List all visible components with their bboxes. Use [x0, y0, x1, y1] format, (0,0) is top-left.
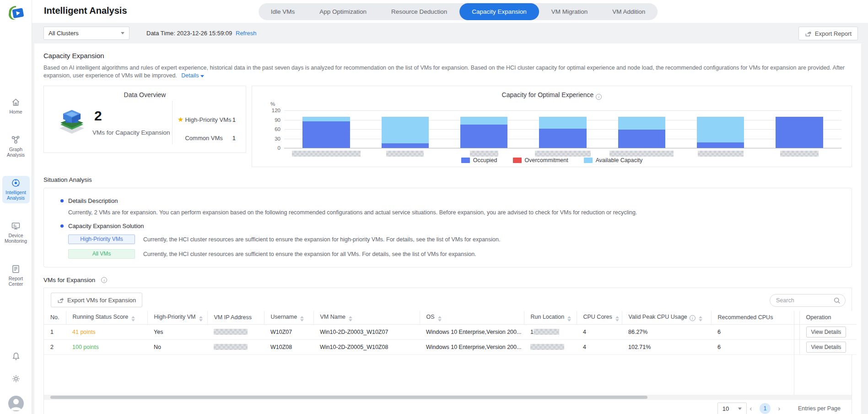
- cluster-select[interactable]: All Clusters: [43, 27, 129, 40]
- export-report-button[interactable]: Export Report: [798, 27, 858, 40]
- sort-icon[interactable]: [567, 316, 571, 321]
- tab-resource-deduction[interactable]: Resource Deduction: [379, 3, 459, 20]
- bar-segment-available-capacity: [460, 117, 507, 125]
- chart-x-labels: [287, 151, 839, 157]
- column-header-cpu-cores[interactable]: CPU Cores: [577, 311, 622, 324]
- legend-swatch: [584, 158, 593, 163]
- notifications-bell-icon[interactable]: [11, 352, 21, 362]
- solution-badge: High-Priority VMs: [68, 234, 135, 244]
- info-icon[interactable]: i: [690, 315, 695, 321]
- vm-chip-icon: [57, 107, 87, 137]
- vms-for-expansion-heading: VMs for Expansion i: [43, 277, 852, 283]
- cell-operation: View Details: [799, 324, 857, 339]
- stat-value: 1: [232, 116, 236, 123]
- section-title: Capacity Expansion: [43, 44, 852, 60]
- fixed-column-divider: [794, 311, 794, 395]
- cell-operation: View Details: [799, 339, 857, 354]
- sidebar-item-label: IntelligentAnalysis: [5, 190, 26, 201]
- column-header-operation: Operation: [799, 311, 857, 324]
- sidebar-item-graph-analysis[interactable]: GraphAnalysis: [2, 133, 30, 160]
- sidebar-item-home[interactable]: Home: [2, 95, 30, 117]
- page-number[interactable]: 1: [760, 403, 771, 414]
- column-header-running-status-score[interactable]: Running Status Score: [66, 311, 147, 324]
- cell-recommended-cpus: 6: [711, 339, 799, 354]
- scrollbar-thumb[interactable]: [50, 396, 647, 399]
- sort-icon[interactable]: [438, 316, 442, 321]
- sidebar-item-label: GraphAnalysis: [7, 147, 25, 158]
- refresh-link[interactable]: Refresh: [236, 30, 257, 37]
- bar-segment-occupied: [776, 117, 823, 148]
- tab-vm-migration[interactable]: VM Migration: [539, 3, 600, 20]
- bar-group: [523, 110, 602, 148]
- x-tick-label: [681, 151, 760, 157]
- tab-capacity-expansion[interactable]: Capacity Expansion: [459, 3, 539, 20]
- sidebar-item-device-monitoring[interactable]: DeviceMonitoring: [2, 219, 30, 246]
- tab-vm-addition[interactable]: VM Addition: [600, 3, 658, 20]
- data-overview-title: Data Overview: [44, 86, 246, 98]
- y-axis-unit: %: [270, 101, 275, 107]
- sort-icon[interactable]: [131, 316, 135, 321]
- chart-title: Capacity for Optimal Experiencei: [252, 86, 852, 100]
- cell-username: W10Z08: [264, 339, 313, 354]
- section-description-text: Based on AI intelligent algorithms and r…: [43, 65, 845, 79]
- bar-group: [287, 110, 366, 148]
- column-header-os[interactable]: OS: [420, 311, 524, 324]
- app-logo: [6, 4, 26, 23]
- cluster-select-value: All Clusters: [49, 30, 79, 37]
- info-icon[interactable]: i: [596, 94, 602, 100]
- column-header-no-: No.: [44, 311, 66, 324]
- vm-count-label: VMs for Capacity Expansion: [92, 128, 170, 137]
- sidebar-item-report-center[interactable]: ReportCenter: [2, 262, 30, 289]
- sidebar-item-label: DeviceMonitoring: [5, 233, 27, 244]
- column-header-valid-peak-cpu-usage[interactable]: Valid Peak CPU Usagei: [622, 311, 711, 324]
- export-report-label: Export Report: [815, 30, 852, 37]
- search-icon[interactable]: [834, 297, 841, 304]
- cell-no: 2: [44, 339, 66, 354]
- view-details-button[interactable]: View Details: [806, 327, 846, 338]
- view-details-button[interactable]: View Details: [806, 342, 846, 353]
- horizontal-scrollbar: [44, 395, 852, 400]
- legend-label: Occupied: [473, 157, 497, 163]
- solution-row: All VMsCurrently, the HCI cluster resour…: [68, 249, 852, 259]
- export-vms-button[interactable]: Export VMs for Expansion: [51, 293, 142, 307]
- tab-app-optimization[interactable]: App Optimization: [307, 3, 379, 20]
- sort-icon[interactable]: [615, 316, 619, 321]
- table-search: [770, 294, 846, 307]
- sort-icon[interactable]: [349, 316, 352, 321]
- next-page-button[interactable]: ›: [774, 405, 784, 412]
- sort-icon[interactable]: [199, 316, 203, 321]
- data-time-label: Data Time: 2023-12-26 15:59:09: [146, 30, 232, 37]
- user-avatar[interactable]: [8, 396, 24, 411]
- column-header-high-priority-vm[interactable]: High-Priority VM: [147, 311, 207, 324]
- sort-icon[interactable]: [699, 316, 702, 321]
- tab-idle-vms[interactable]: Idle VMs: [259, 3, 307, 20]
- sort-icon[interactable]: [300, 316, 304, 321]
- sidebar-item-intelligent-analysis[interactable]: IntelligentAnalysis: [2, 176, 30, 203]
- overview-stat: ★Common VMs1: [178, 134, 236, 142]
- prev-page-button[interactable]: ‹: [746, 405, 756, 412]
- overview-stats: ★High-Priority VMs1★Common VMs1: [178, 115, 236, 152]
- divider: [172, 101, 173, 144]
- column-header-run-location[interactable]: Run Location: [524, 311, 577, 324]
- bar-segment-occupied: [460, 125, 507, 148]
- toolbar-row: All Clusters Data Time: 2023-12-26 15:59…: [32, 23, 868, 44]
- column-header-vm-name[interactable]: VM Name: [313, 311, 420, 324]
- page-size-select[interactable]: 10: [717, 403, 747, 414]
- solution-heading: Capacity Expansion Solution: [60, 223, 852, 229]
- capacity-expansion-panel: Capacity Expansion Based on AI intellige…: [34, 44, 861, 414]
- export-icon: [805, 30, 812, 37]
- cell-run-location: [524, 339, 577, 354]
- solution-rows: High-Priority VMsCurrently, the HCI clus…: [60, 234, 852, 259]
- details-link[interactable]: Details: [181, 72, 204, 79]
- x-tick-label: [523, 151, 602, 157]
- redacted-label: [386, 151, 424, 157]
- redacted-value: [214, 329, 248, 335]
- info-icon[interactable]: i: [101, 277, 107, 283]
- column-header-username[interactable]: Username: [264, 311, 313, 324]
- situation-analysis-card: Details Description Currently, 2 VMs are…: [43, 188, 852, 267]
- solution-row: High-Priority VMsCurrently, the HCI clus…: [68, 234, 852, 244]
- y-tick-label: 0: [266, 145, 280, 151]
- settings-gear-icon[interactable]: [11, 374, 21, 385]
- bar-segment-available-capacity: [382, 117, 429, 143]
- search-input[interactable]: [776, 297, 834, 304]
